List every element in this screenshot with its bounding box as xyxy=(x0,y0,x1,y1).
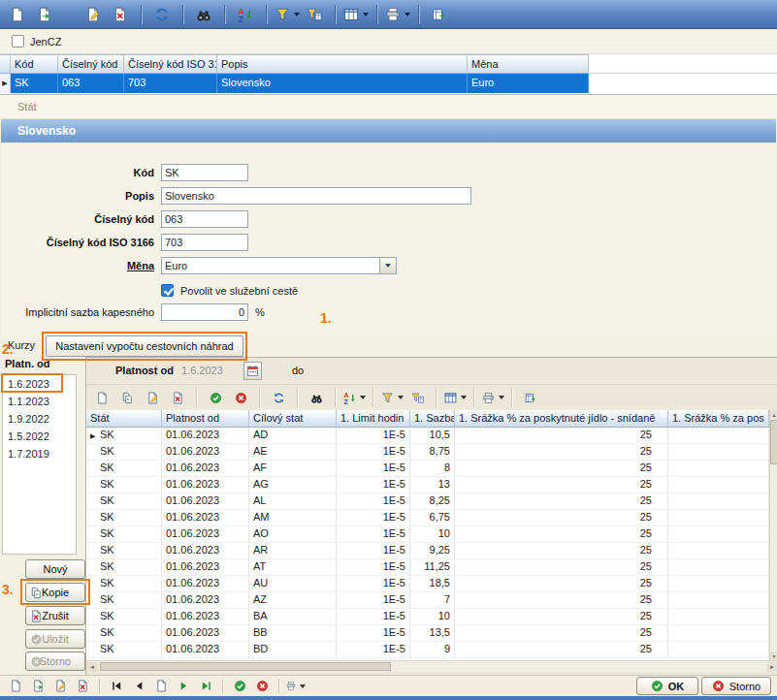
col-platnost-od[interactable]: Platnost od xyxy=(162,410,249,428)
delete-button[interactable] xyxy=(108,3,133,26)
rates-table-row[interactable]: SK01.06.2023AT1E-511,2525 xyxy=(86,559,769,576)
previous-record-button[interactable] xyxy=(129,677,148,695)
refresh-button[interactable] xyxy=(267,387,290,408)
col-srazka-snidane[interactable]: 1. Srážka % za poskytnuté jídlo - snídan… xyxy=(455,410,668,428)
countries-selected-row[interactable]: SK 063 703 Slovensko Euro xyxy=(0,74,777,93)
cancel-button[interactable] xyxy=(229,387,252,408)
platnost-date-item[interactable]: 1.9.2022 xyxy=(3,410,76,428)
zrusit-button[interactable]: Zrušit xyxy=(25,606,85,625)
ciselny-kod-field[interactable] xyxy=(161,210,248,228)
platnost-list-header[interactable]: Platn. od xyxy=(5,358,49,369)
horizontal-scrollbar[interactable]: ◄ ► xyxy=(86,660,777,672)
scroll-left-arrow[interactable]: ◄ xyxy=(86,662,98,672)
scrollbar-thumb[interactable] xyxy=(770,420,777,464)
open-button[interactable] xyxy=(32,3,57,26)
column-header-mena[interactable]: Měna xyxy=(468,54,589,74)
refresh-button[interactable] xyxy=(149,3,175,26)
ok-button[interactable]: OK xyxy=(636,677,698,695)
mena-dropdown-button[interactable] xyxy=(380,257,397,274)
filter-button[interactable] xyxy=(380,387,404,408)
scroll-up-arrow[interactable]: ▲ xyxy=(770,410,777,419)
platnost-date-item[interactable]: 1.1.2023 xyxy=(3,393,76,410)
kod-field[interactable] xyxy=(161,164,248,181)
open-button[interactable] xyxy=(28,677,48,695)
columns-button[interactable] xyxy=(443,387,467,408)
delete-button[interactable] xyxy=(73,677,92,695)
next-record-button[interactable] xyxy=(174,677,193,695)
new-button[interactable] xyxy=(6,677,25,695)
rates-table-row[interactable]: SK01.06.2023AG1E-51325 xyxy=(86,477,769,493)
calendar-button[interactable] xyxy=(243,362,262,380)
last-record-button[interactable] xyxy=(196,677,215,695)
scroll-right-arrow[interactable]: ► xyxy=(766,662,777,672)
col-sazba[interactable]: 1. Sazba xyxy=(410,410,455,428)
storno-button[interactable]: Storno xyxy=(701,677,771,695)
rates-table-row[interactable]: SK01.06.2023BB1E-513,525 xyxy=(86,625,769,642)
mena-field[interactable] xyxy=(161,257,380,274)
platnost-date-item[interactable]: 1.6.2023 xyxy=(3,375,76,393)
rates-table-row[interactable]: SK01.06.2023AO1E-51025 xyxy=(86,526,769,543)
povolit-checkbox[interactable] xyxy=(161,284,174,297)
search-button[interactable] xyxy=(191,3,216,26)
kopie-button[interactable]: Kopie xyxy=(25,583,85,602)
cancel-button[interactable] xyxy=(252,677,272,695)
print-button[interactable] xyxy=(286,677,306,695)
sazba-field[interactable] xyxy=(161,303,248,321)
mena-combobox[interactable] xyxy=(161,257,397,274)
scroll-down-arrow[interactable]: ▼ xyxy=(770,652,777,660)
rates-table-cell: BB xyxy=(249,625,337,641)
rates-table-row[interactable]: SK01.06.2023AR1E-59,2525 xyxy=(86,543,769,559)
search-button[interactable] xyxy=(305,387,328,408)
rates-table-row[interactable]: SK01.06.2023AM1E-56,7525 xyxy=(86,510,769,526)
edit-button[interactable] xyxy=(50,677,70,695)
platnost-date-item[interactable]: 1.5.2022 xyxy=(3,428,76,445)
new-button[interactable] xyxy=(90,387,113,408)
copy-button[interactable] xyxy=(115,387,139,408)
rates-table-row[interactable]: ▶SK01.06.2023AD1E-510,525 xyxy=(86,428,769,444)
col-limit-hodin[interactable]: 1. Limit hodin xyxy=(337,410,410,428)
rates-table-row[interactable]: SK01.06.2023AZ1E-5725 xyxy=(86,592,769,609)
novy-button[interactable]: Nový xyxy=(25,559,85,579)
rates-table-row[interactable]: SK01.06.2023AE1E-58,7525 xyxy=(86,444,769,461)
filter-button[interactable] xyxy=(275,3,300,26)
nastaveni-nahrad-button[interactable]: Nastavení vypočtu cestovních náhrad xyxy=(46,335,243,357)
mena-label[interactable]: Měna xyxy=(1,260,154,271)
new-button[interactable] xyxy=(5,3,30,26)
rates-table-row[interactable]: SK01.06.2023AU1E-518,525 xyxy=(86,576,769,592)
rates-table-row[interactable]: SK01.06.2023BD1E-5925 xyxy=(86,642,769,658)
iso-field[interactable] xyxy=(161,234,248,251)
column-header-iso[interactable]: Číselný kód ISO 3166 xyxy=(124,54,217,74)
col-srazka-next[interactable]: 1. Srážka % za pos xyxy=(668,410,769,428)
confirm-button[interactable] xyxy=(204,387,227,408)
filter-grid-button[interactable] xyxy=(302,3,327,26)
edit-button[interactable] xyxy=(81,3,106,26)
jencz-checkbox[interactable] xyxy=(12,35,24,48)
platnost-od-value[interactable]: 1.6.2023 xyxy=(181,365,240,376)
print-button[interactable] xyxy=(385,3,410,26)
rates-table-row[interactable]: SK01.06.2023AF1E-5825 xyxy=(86,461,769,477)
platnost-date-item[interactable]: 1.7.2019 xyxy=(3,445,76,462)
column-header-ciselny-kod[interactable]: Číselný kód xyxy=(58,54,124,74)
col-cilovy-stat[interactable]: Cílový stat xyxy=(249,410,337,428)
sort-az-button[interactable]: AZ xyxy=(342,387,366,408)
edit-button[interactable] xyxy=(141,387,164,408)
export-button[interactable] xyxy=(519,387,542,408)
vertical-scrollbar[interactable]: ▲ ▼ xyxy=(769,410,777,660)
col-stat[interactable]: Stát xyxy=(86,410,162,428)
filter-grid-button[interactable] xyxy=(405,387,429,408)
record-list-button[interactable] xyxy=(151,677,171,695)
scrollbar-thumb[interactable] xyxy=(100,662,391,671)
rates-table-row[interactable]: SK01.06.2023AL1E-58,2525 xyxy=(86,493,769,510)
delete-button[interactable] xyxy=(166,387,189,408)
print-button[interactable] xyxy=(481,387,504,408)
first-record-button[interactable] xyxy=(107,677,126,695)
sort-az-icon: AZ xyxy=(343,392,356,404)
column-header-popis[interactable]: Popis xyxy=(217,54,468,74)
columns-button[interactable] xyxy=(343,3,369,26)
column-header-kod[interactable]: Kód xyxy=(11,54,58,74)
sort-az-button[interactable]: AZ xyxy=(233,3,258,26)
confirm-button[interactable] xyxy=(230,677,249,695)
popis-field[interactable] xyxy=(161,187,471,205)
rates-table-row[interactable]: SK01.06.2023BA1E-51025 xyxy=(86,609,769,625)
export-button[interactable] xyxy=(427,3,452,26)
